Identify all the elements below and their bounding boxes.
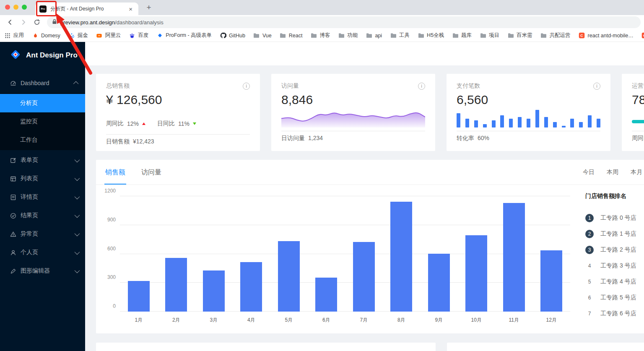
sidebar-item-详情页[interactable]: 详情页 [0,189,85,205]
sidebar-item-label: 个人页 [21,249,70,256]
x-axis-label: 12月 [533,317,570,324]
ranking-item[interactable]: 6工专路 5 号店 [585,290,644,306]
mini-bar [544,117,548,127]
tab-sales[interactable]: 销售额 [104,161,126,185]
bookmark-item[interactable]: GitHub [220,32,245,39]
annotation-box [36,1,57,16]
info-icon[interactable]: i [243,83,250,90]
close-window-button[interactable] [5,5,10,10]
logo-row[interactable]: Ant Design Pro [0,42,85,69]
ranking-item[interactable]: 2工专路 1 号店 [585,226,644,242]
bar-3月 [203,270,225,312]
bookmark-item[interactable]: 应用 [4,32,24,39]
caret-up-icon [142,122,145,125]
trend-day: 日同比11% [157,120,196,127]
bookmark-label: Domesy [41,33,60,39]
sidebar-item-异常页[interactable]: 异常页 [0,226,85,242]
range-month[interactable]: 本月 [631,169,642,176]
bottom-card-left [96,343,436,351]
stat-footer: 转化率60% [457,135,600,142]
bookmark-item[interactable]: api [366,32,382,39]
sidebar-item-个人页[interactable]: 个人页 [0,244,85,261]
info-icon[interactable]: i [593,83,600,90]
range-week[interactable]: 本周 [607,169,618,176]
stat-cards-row: 总销售额i ¥ 126,560 周同比12% 日同比11% 日销售额¥12,42… [96,74,644,151]
sidebar-subitem-监控页[interactable]: 监控页 [0,112,85,131]
bookmark-item[interactable]: 百米需 [507,32,532,39]
github-icon [220,32,226,39]
bookmark-item[interactable]: CRe [641,32,644,39]
bookmark-label: 题库 [461,32,472,39]
bookmarks-bar: 应用Domesy掘金阿里云百度ProForm - 高级表单GitHubVueRe… [0,29,644,42]
bar-9月 [428,254,450,312]
card-total-sales: 总销售额i ¥ 126,560 周同比12% 日同比11% 日销售额¥12,42… [96,74,260,151]
sidebar-item-label: 列表页 [21,175,70,182]
bar-10月 [465,235,487,312]
bookmark-label: 工具 [399,32,410,39]
bookmark-item[interactable]: 掘金 [68,32,88,39]
url-bar[interactable]: preview.pro.ant.design/dashboard/analysi… [47,16,641,28]
forward-icon[interactable] [18,17,29,28]
sidebar-item-列表页[interactable]: 列表页 [0,170,85,187]
stat-title: 运营活动效果 [632,82,644,90]
zoom-window-button[interactable] [22,5,27,10]
lock-icon [52,18,57,26]
bookmark-item[interactable]: Vue [253,32,272,39]
stat-value: 78% [632,91,644,108]
bookmark-item[interactable]: ProForm - 高级表单 [156,32,212,39]
bookmark-item[interactable]: 共配运营 [540,32,571,39]
sidebar-item-label: 异常页 [21,230,70,238]
bookmark-item[interactable]: 工具 [390,32,410,39]
sidebar-item-图形编辑器[interactable]: 图形编辑器 [0,263,85,279]
trend-row: 周同比12% 日同比11% [106,108,250,131]
payments-minibar-chart [457,110,600,127]
minimize-window-button[interactable] [13,5,18,10]
sidebar-subitem-工作台[interactable]: 工作台 [0,131,85,149]
info-icon[interactable]: i [418,83,425,90]
bookmark-item[interactable]: 题库 [452,32,472,39]
reload-icon[interactable] [31,17,42,28]
bookmark-item[interactable]: H5全栈 [418,32,444,39]
bookmark-item[interactable]: 项目 [480,32,499,39]
sidebar-submenu: 分析页监控页工作台 [0,93,85,150]
rank-badge: 1 [585,214,594,222]
stat-footer: 日访问量1,234 [281,135,425,142]
ranking-item[interactable]: 3工专路 2 号店 [585,242,644,258]
mini-bar [500,115,504,127]
new-tab-button[interactable]: + [143,2,154,13]
bookmark-item[interactable]: 阿里云 [96,32,121,39]
sidebar-item-结果页[interactable]: 结果页 [0,207,85,224]
bookmark-item[interactable]: Creact antd-mobile… [579,32,634,39]
sidebar-subitem-分析页[interactable]: 分析页 [0,94,85,112]
page-header [85,42,644,65]
bookmark-label: 项目 [489,32,499,39]
folder-icon [366,32,372,39]
ranking-item[interactable]: 4工专路 3 号店 [585,258,644,274]
form [10,157,16,164]
bookmark-item[interactable]: 功能 [338,32,358,39]
chevron-down-icon [75,194,80,199]
stat-value: 8,846 [281,91,425,108]
tab-visits[interactable]: 访问量 [140,161,162,185]
mini-bar [492,120,496,127]
folder-icon [390,32,397,39]
card-operations: 运营活动效果i 78% 周同比12% [622,74,644,151]
warning [10,231,16,237]
sidebar: Ant Design Pro Dashboard分析页监控页工作台表单页列表页详… [0,42,85,351]
ranking-item[interactable]: 1工专路 0 号店 [585,210,644,226]
back-icon[interactable] [5,17,16,28]
bookmark-item[interactable]: React [280,32,303,39]
ranking-item[interactable]: 7工专路 6 号店 [585,306,644,322]
ranking-item[interactable]: 5工专路 4 号店 [585,274,644,290]
range-today[interactable]: 今日 [583,169,595,176]
bookmark-item[interactable]: Domesy [32,32,60,39]
tab-close-icon[interactable]: × [127,5,134,13]
bookmark-item[interactable]: 百度 [129,32,148,39]
bookmark-item[interactable]: 博客 [310,32,330,39]
window-controls[interactable] [5,5,27,10]
mini-bar [562,126,566,127]
flame-icon [32,32,39,39]
y-axis-label: 300 [98,274,116,280]
sidebar-item-表单页[interactable]: 表单页 [0,152,85,169]
sidebar-item-Dashboard[interactable]: Dashboard [0,75,85,91]
